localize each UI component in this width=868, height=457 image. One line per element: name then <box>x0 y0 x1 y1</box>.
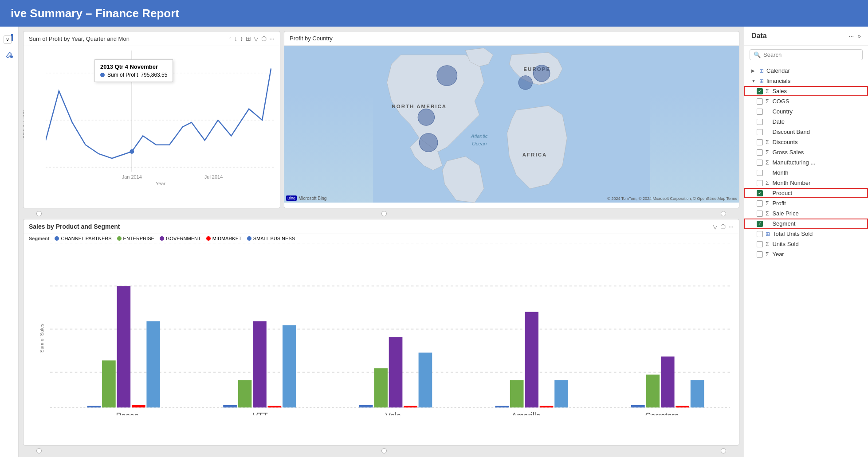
tree-item-cogs[interactable]: Σ COGS <box>744 96 868 106</box>
tree-item-total-units-sold[interactable]: ⊞ Total Units Sold <box>744 229 868 239</box>
bar-focus-icon[interactable]: ⬡ <box>720 223 726 230</box>
resize-handle-right[interactable] <box>721 211 726 216</box>
checkbox-discount-band[interactable] <box>757 129 763 135</box>
sigma-year: Σ <box>766 251 769 258</box>
svg-rect-36 <box>87 406 101 408</box>
legend-dot-small <box>247 236 251 241</box>
resize-handle-left[interactable] <box>36 211 42 216</box>
svg-rect-44 <box>253 321 267 408</box>
expand-panel-icon[interactable]: » <box>857 32 861 39</box>
svg-rect-49 <box>374 368 388 407</box>
page-title: ive Summary – Finance Report <box>11 7 179 20</box>
tree-item-date[interactable]: Σ Date <box>744 117 868 127</box>
tree-item-year[interactable]: Σ Year <box>744 249 868 259</box>
tooltip-value: 795,863.55 <box>141 72 167 78</box>
bottom-resize-right[interactable] <box>721 448 726 453</box>
checkbox-discounts[interactable] <box>757 139 763 145</box>
svg-text:Paseo: Paseo <box>116 410 139 415</box>
tree-item-discounts[interactable]: Σ Discounts <box>744 137 868 147</box>
legend-dot-enterprise <box>117 236 122 241</box>
bar-y-label: Sum of Sales <box>39 324 44 352</box>
right-panel: Data ··· » 🔍 ▶ ⊞ Calendar ▼ ⊞ financial <box>744 27 868 457</box>
checkbox-profit[interactable] <box>757 200 763 207</box>
search-input[interactable] <box>763 51 859 58</box>
tree-item-country[interactable]: Σ Country <box>744 106 868 117</box>
sigma-sales: Σ <box>766 88 769 94</box>
line-chart-header: Sum of Profit by Year, Quarter and Mon ↑… <box>24 31 280 46</box>
checkbox-sales[interactable] <box>757 88 763 94</box>
tree-item-month[interactable]: Σ Month <box>744 168 868 178</box>
bar-chart-panel: Sales by Product and Segment ▽ ⬡ ··· Seg… <box>23 219 739 445</box>
bar-more-icon[interactable]: ··· <box>728 223 734 230</box>
tooltip-dot <box>100 73 105 77</box>
svg-text:Carretera: Carretera <box>645 410 679 415</box>
bar-filter-icon[interactable]: ▽ <box>713 223 718 230</box>
checkbox-month-number[interactable] <box>757 180 763 186</box>
tooltip-row: Sum of Profit 795,863.55 <box>100 72 167 78</box>
svg-rect-37 <box>102 360 116 407</box>
checkbox-gross-sales[interactable] <box>757 149 763 156</box>
bottom-resize-left[interactable] <box>36 448 42 453</box>
tree-item-gross-sales[interactable]: Σ Gross Sales <box>744 147 868 157</box>
sort-desc-icon[interactable]: ↓ <box>234 35 237 42</box>
tree-expand-calendar[interactable]: ▶ <box>751 68 757 73</box>
checkbox-sale-price[interactable] <box>757 211 763 217</box>
checkbox-month[interactable] <box>757 170 763 176</box>
checkbox-cogs[interactable] <box>757 98 763 105</box>
sort-both-icon[interactable]: ↕ <box>240 35 243 42</box>
svg-text:Amarilla: Amarilla <box>511 410 541 415</box>
checkbox-date[interactable] <box>757 119 763 125</box>
more-icon[interactable]: ··· <box>269 35 275 42</box>
checkbox-total-units-sold[interactable] <box>757 231 763 237</box>
legend-channel-partners: CHANNEL PARTNERS <box>55 236 111 241</box>
sidebar-brush-icon[interactable] <box>3 48 16 61</box>
tree-item-product[interactable]: Σ Product <box>744 188 868 198</box>
search-icon: 🔍 <box>754 51 761 58</box>
tree-item-month-number[interactable]: Σ Month Number <box>744 178 868 188</box>
checkbox-year[interactable] <box>757 251 763 258</box>
tree-item-sales[interactable]: Σ Sales <box>744 86 868 96</box>
tree-item-manufacturing[interactable]: Σ Manufacturing ... <box>744 157 868 168</box>
svg-rect-46 <box>283 325 296 408</box>
gross-sales-label: Gross Sales <box>772 149 861 156</box>
tree-item-units-sold[interactable]: Σ Units Sold <box>744 239 868 249</box>
checkbox-segment[interactable] <box>757 221 763 227</box>
map-chart-header: Profit by Country <box>284 31 739 46</box>
product-label: Product <box>772 190 861 196</box>
checkbox-units-sold[interactable] <box>757 241 763 247</box>
bottom-resize-center[interactable] <box>381 448 387 453</box>
checkbox-product[interactable] <box>757 190 763 196</box>
svg-rect-56 <box>525 312 538 408</box>
right-panel-header: Data ··· » <box>744 27 868 46</box>
sigma-manufacturing: Σ <box>766 160 769 166</box>
resize-handle-center[interactable] <box>381 211 387 216</box>
focus-icon[interactable]: ⬡ <box>261 35 267 42</box>
svg-rect-39 <box>132 405 145 407</box>
sigma-sale-price: Σ <box>766 211 769 217</box>
checkbox-manufacturing[interactable] <box>757 160 763 166</box>
tree-item-discount-band[interactable]: Σ Discount Band <box>744 127 868 137</box>
svg-rect-50 <box>389 337 403 407</box>
units-sold-label: Units Sold <box>772 241 861 247</box>
svg-rect-48 <box>359 405 373 407</box>
tree-item-sale-price[interactable]: Σ Sale Price <box>744 208 868 219</box>
more-dots-icon[interactable]: ··· <box>849 32 854 39</box>
year-label: Year <box>772 251 861 258</box>
discounts-label: Discounts <box>772 139 861 145</box>
manufacturing-label: Manufacturing ... <box>772 159 861 166</box>
tree-item-financials[interactable]: ▼ ⊞ financials <box>744 76 868 86</box>
legend-label-small: SMALL BUSINESS <box>253 236 295 241</box>
filter-icon[interactable]: ▽ <box>254 35 259 42</box>
tree-item-profit[interactable]: Σ Profit <box>744 198 868 208</box>
sort-asc-icon[interactable]: ↑ <box>228 35 232 42</box>
expand-icon[interactable]: ⊞ <box>246 35 251 42</box>
tree-item-calendar[interactable]: ▶ ⊞ Calendar <box>744 66 868 76</box>
tree-item-segment[interactable]: Σ Segment <box>744 219 868 229</box>
search-box[interactable]: 🔍 <box>750 49 863 60</box>
legend-label-enterprise: ENTERPRISE <box>123 236 154 241</box>
checkbox-country[interactable] <box>757 109 763 115</box>
sigma-profit: Σ <box>766 200 769 207</box>
legend-midmarket: MIDMARKET <box>206 236 242 241</box>
tree-expand-financials[interactable]: ▼ <box>751 78 757 83</box>
financials-table-icon: ⊞ <box>759 78 764 84</box>
